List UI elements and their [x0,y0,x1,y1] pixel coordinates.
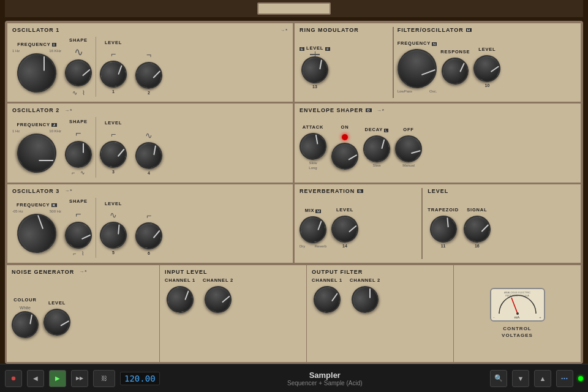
oscillator-2-title: OSCILLATOR 2 →* [12,107,288,113]
osc2-frequency-knob[interactable] [10,126,63,179]
ring-filter-panel: RING MODULATOR E LEVEL F [294,23,581,103]
trapezoid-knob[interactable] [424,211,462,248]
more-button[interactable]: ••• [556,370,573,387]
search-button[interactable]: 🔍 [490,370,507,387]
output-filter-title: OUTPUT FILTER [312,269,448,275]
osc2-shape-knob[interactable] [60,136,97,173]
synth-body: OSCILLATOR 1 →* FREQUENCY I 1 Hz 16 KHz [5,21,583,364]
osc3-frequency-knob[interactable] [9,206,64,261]
reverb-num14: 14 [342,244,347,248]
svg-point-1 [516,312,519,315]
osc2-level-knob[interactable] [98,139,129,170]
osc1-level-knob[interactable] [98,59,129,90]
envelope-title: ENVELOPE SHAPER O →* [300,107,576,113]
signal-num16: 16 [475,244,480,248]
osc1-freq-label: FREQUENCY I [17,42,56,47]
osc3-shape2-knob[interactable] [134,221,165,252]
filter-osc-title: FILTER/OSCILLATOR H [398,27,576,33]
output-filter-ch2-knob[interactable] [347,281,383,318]
noise-gen-title: NOISE GENERATOR →* [12,269,154,275]
noise-level-knob[interactable] [39,304,75,341]
sampler-subtitle: Sequencer + Sample (Acid) [287,380,363,386]
oscillator-1-title: OSCILLATOR 1 →* [12,27,288,33]
osc1-shape2-knob[interactable] [132,59,165,92]
input-level-ch1-knob[interactable] [165,284,196,315]
osc1-shape-knob[interactable] [61,56,96,90]
envelope-decay-knob[interactable] [360,133,393,166]
envelope-attack-knob[interactable] [294,127,332,165]
control-voltages-panel: - mA + ANALOGUE ELECTRICINST MADE IN U.S… [454,265,581,362]
input-level-title: INPUT LEVEL [165,269,301,275]
envelope-on-knob[interactable] [326,138,363,175]
oscillator-3-title: OSCILLATOR 3 →* [12,188,288,194]
envelope-off-knob[interactable] [390,130,428,168]
down-button[interactable]: ▼ [512,370,529,387]
bottom-row: NOISE GENERATOR →* COLOUR White LEVEL [7,264,581,362]
ring-mod-title: RING MODULATOR [300,27,389,33]
osc2-num3: 3 [112,170,115,174]
envelope-led [342,134,348,140]
output-filter-ch1-knob[interactable] [312,285,342,314]
reverb-title: REVERBERATION G [300,188,418,194]
oscillator-3-panel: OSCILLATOR 3 →* FREQUENCY K -05 Hz 500 H… [7,184,294,264]
link-button[interactable]: ⛓ [93,370,115,387]
osc3-shape-knob[interactable] [59,217,97,254]
bpm-display: 120.00 [120,372,160,385]
filter-num10: 10 [485,83,490,88]
filter-freq-knob[interactable] [390,41,445,96]
noise-colour-knob[interactable] [8,307,42,342]
osc3-level-knob[interactable] [96,217,131,253]
input-level-panel: INPUT LEVEL CHANNEL 1 CHANNEL 2 [160,265,307,362]
toolbar: ⏺ ◀ ▶ ▶▶ ⛓ 120.00 Sampler Sequencer + Sa… [0,364,588,392]
record-button[interactable]: ⏺ [5,370,22,387]
osc2-shape2-knob[interactable] [132,138,166,173]
up-button[interactable]: ▲ [534,370,551,387]
ring-mod-level-knob[interactable] [298,52,332,86]
forward-button[interactable]: ▶▶ [71,370,88,387]
filter-level-knob[interactable] [469,50,505,86]
sampler-title: Sampler [309,371,341,380]
play-button[interactable]: ▶ [49,370,66,387]
oscillator-1-panel: OSCILLATOR 1 →* FREQUENCY I 1 Hz 16 KHz [7,23,294,103]
trapezoid-num11: 11 [441,244,446,248]
osc1-level-label: LEVEL [105,40,122,45]
main-container: OSCILLATOR 1 →* FREQUENCY I 1 Hz 16 KHz [0,0,588,392]
reverb-trapezoid-panel: REVERBERATION G MIX M Dry Rev [294,184,581,264]
back-button[interactable]: ◀ [27,370,44,387]
filter-response-knob[interactable] [441,56,470,86]
osc1-shape-label: SHAPE [69,37,88,43]
signal-knob[interactable] [461,213,494,246]
envelope-shaper-panel: ENVELOPE SHAPER O →* ATTACK Slow Long ON [294,103,581,183]
oscillator-2-panel: OSCILLATOR 2 →* FREQUENCY J 1 Hz 10 KHz … [7,103,294,183]
toolbar-center: Sampler Sequencer + Sample (Acid) [165,371,485,386]
status-led [578,376,583,381]
input-level-ch2-knob[interactable] [201,282,235,317]
osc1-knob-num2: 2 [148,91,150,95]
svg-line-0 [511,298,518,314]
reverb-level-knob[interactable] [328,212,362,246]
control-voltages-label: CONTROL VOLTAGES [502,325,533,339]
osc3-num5: 5 [112,251,115,255]
reverb-mix-knob[interactable] [298,214,329,245]
osc2-num4: 4 [148,171,150,175]
output-filter-panel: OUTPUT FILTER CHANNEL 1 CHANNEL 2 [307,265,454,362]
osc1-frequency-knob[interactable] [10,46,63,99]
osc3-num6: 6 [148,251,150,255]
ring-mod-num: 13 [312,85,317,89]
noise-generator-panel: NOISE GENERATOR →* COLOUR White LEVEL [7,265,160,362]
osc1-knob-num1: 1 [112,89,115,94]
